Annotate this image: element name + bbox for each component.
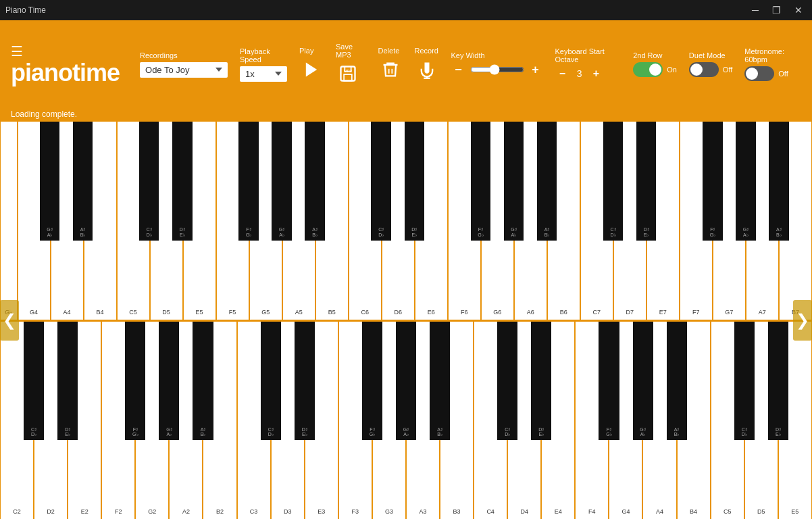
black-key[interactable]: G♯A♭ — [272, 122, 291, 241]
black-key[interactable]: F♯G♭ — [238, 122, 258, 241]
nav-right-button[interactable]: ❯ — [793, 300, 812, 341]
black-key[interactable]: C♯D♭ — [261, 322, 281, 441]
save-mp3-label: Save MP3 — [336, 43, 366, 59]
save-mp3-icon: MP3 — [338, 64, 357, 83]
black-key[interactable]: D♯E♭ — [57, 322, 78, 441]
title-bar: Piano Time ─ ❐ ✕ — [0, 0, 812, 20]
playback-speed-label: Playback Speed — [240, 47, 287, 64]
play-section: Play — [299, 47, 324, 82]
black-key[interactable]: G♯A♭ — [504, 122, 524, 241]
second-row-toggle-row: On — [633, 62, 677, 77]
keyboard-start-octave-section: Keyboard Start Octave − 3 + — [555, 47, 621, 81]
white-key[interactable]: G♭ — [0, 122, 18, 320]
metronome-toggle-row: Off — [744, 66, 788, 81]
metronome-toggle[interactable] — [744, 66, 774, 81]
black-key[interactable]: G♯A♭ — [159, 322, 179, 441]
black-key[interactable]: A♯B♭ — [193, 322, 213, 441]
window-controls: ─ ❐ ✕ — [748, 0, 807, 20]
black-key[interactable]: A♯B♭ — [667, 322, 687, 441]
play-label: Play — [299, 47, 313, 55]
record-button[interactable] — [415, 57, 439, 82]
black-key[interactable]: D♯E♭ — [405, 122, 424, 241]
black-key[interactable]: F♯G♭ — [599, 322, 619, 441]
delete-button[interactable] — [378, 57, 403, 82]
recordings-label: Recordings — [140, 51, 178, 59]
close-button[interactable]: ✕ — [790, 0, 807, 20]
black-key[interactable]: F♯G♭ — [362, 322, 382, 441]
black-key[interactable]: G♯A♭ — [736, 122, 755, 241]
octave-value: 3 — [574, 68, 585, 79]
black-key[interactable]: C♯D♭ — [371, 122, 390, 241]
black-key[interactable]: C♯D♭ — [734, 322, 755, 441]
bottom-keyboard: C2D2E2F2G2A2B2C3D3E3F3G3A3B3C4D4E4F4G4A4… — [0, 322, 812, 520]
duet-mode-section: Duet Mode Off — [689, 51, 732, 77]
octave-minus-button[interactable]: − — [555, 66, 570, 81]
bottom-white-keys: C2D2E2F2G2A2B2C3D3E3F3G3A3B3C4D4E4F4G4A4… — [0, 322, 812, 520]
key-width-section: Key Width − + — [451, 51, 543, 77]
black-key[interactable]: F♯G♭ — [471, 122, 490, 241]
hamburger-menu[interactable]: ☰ — [11, 43, 23, 59]
black-key[interactable]: G♯A♭ — [40, 122, 59, 241]
metronome-section: Metronome: 60bpm Off — [744, 47, 801, 81]
toolbar: ☰ pianotime Recordings Ode To Joy Untitl… — [0, 20, 812, 108]
key-width-label: Key Width — [451, 51, 485, 59]
playback-speed-section: Playback Speed 0.5x 1x 1.5x 2x — [240, 47, 287, 82]
toggle-thumb-metronome — [746, 68, 758, 80]
octave-plus-button[interactable]: + — [589, 66, 604, 81]
black-key[interactable]: C♯D♭ — [497, 322, 517, 441]
black-key[interactable]: C♯D♭ — [24, 322, 44, 441]
black-key[interactable]: D♯E♭ — [636, 122, 656, 241]
record-icon — [417, 60, 436, 79]
recordings-dropdown[interactable]: Ode To Joy Untitled 1 Untitled 2 — [140, 62, 228, 78]
recordings-section: Recordings Ode To Joy Untitled 1 Untitle… — [140, 51, 228, 78]
app-logo: pianotime — [11, 61, 120, 85]
black-key[interactable]: C♯D♭ — [139, 122, 159, 241]
second-row-toggle[interactable] — [633, 62, 663, 77]
black-key[interactable]: C♯D♭ — [603, 122, 623, 241]
playback-speed-dropdown[interactable]: 0.5x 1x 1.5x 2x — [240, 66, 287, 82]
nav-left-button[interactable]: ❮ — [0, 300, 19, 341]
duet-mode-toggle[interactable] — [689, 62, 719, 77]
black-key[interactable]: A♯B♭ — [305, 122, 324, 241]
black-key[interactable]: F♯G♭ — [125, 322, 145, 441]
top-keyboard: G♭G4A4B4C5D5E5F5G5A5B5C6D6E6F6G6A6B6C7D7… — [0, 122, 812, 320]
status-bar: Loading complete. — [0, 108, 812, 122]
black-key[interactable]: D♯E♭ — [768, 322, 788, 441]
key-width-controls: − + — [451, 62, 543, 77]
key-width-slider[interactable] — [470, 64, 524, 75]
black-key[interactable]: A♯B♭ — [73, 122, 93, 241]
second-row-label: 2nd Row — [633, 51, 662, 59]
delete-section: Delete — [378, 47, 403, 82]
toggle-thumb-duet — [690, 64, 703, 76]
svg-text:MP3: MP3 — [344, 69, 352, 73]
black-key[interactable]: D♯E♭ — [295, 322, 315, 441]
duet-mode-toggle-row: Off — [689, 62, 732, 77]
metronome-state: Off — [778, 70, 788, 78]
black-key[interactable]: A♯B♭ — [537, 122, 557, 241]
keyboard-start-octave-label: Keyboard Start Octave — [555, 47, 621, 64]
play-button[interactable] — [299, 57, 324, 82]
black-key[interactable]: A♯B♭ — [769, 122, 788, 241]
black-key[interactable]: G♯A♭ — [396, 322, 416, 441]
black-key[interactable]: D♯E♭ — [531, 322, 551, 441]
minimize-button[interactable]: ─ — [748, 0, 763, 20]
black-key[interactable]: F♯G♭ — [703, 122, 722, 241]
svg-marker-0 — [306, 63, 317, 77]
toggle-thumb — [649, 64, 661, 76]
black-key[interactable]: A♯B♭ — [430, 322, 450, 441]
black-key[interactable]: D♯E♭ — [172, 122, 192, 241]
window-title: Piano Time — [5, 5, 46, 15]
play-icon — [302, 60, 321, 79]
octave-controls: − 3 + — [555, 66, 604, 81]
duet-mode-state: Off — [723, 66, 732, 74]
second-row-section: 2nd Row On — [633, 51, 677, 77]
duet-mode-label: Duet Mode — [689, 51, 726, 59]
key-width-minus-button[interactable]: − — [451, 62, 466, 77]
maximize-button[interactable]: ❐ — [768, 0, 785, 20]
delete-icon — [381, 60, 400, 79]
record-section: Record — [415, 47, 439, 82]
save-mp3-button[interactable]: MP3 — [336, 61, 360, 86]
key-width-plus-button[interactable]: + — [528, 62, 543, 77]
second-row-state: On — [667, 66, 677, 74]
black-key[interactable]: G♯A♭ — [633, 322, 653, 441]
